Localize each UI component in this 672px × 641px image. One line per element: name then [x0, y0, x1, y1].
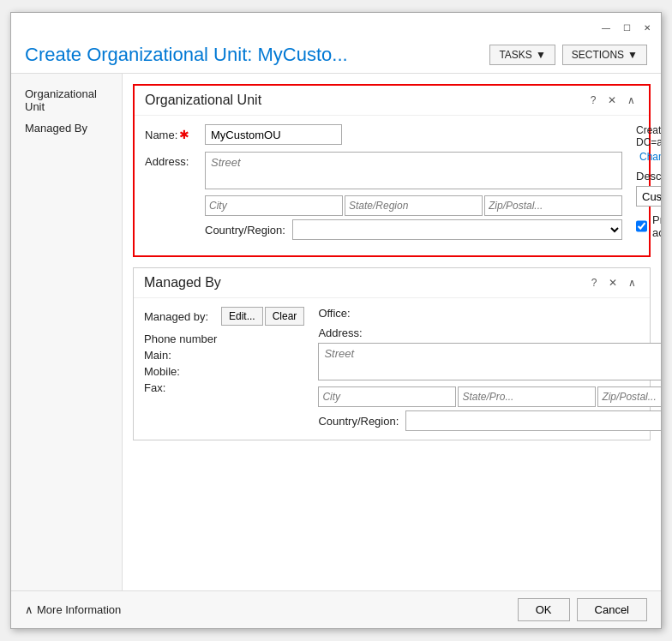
- tasks-button[interactable]: TASKS ▼: [489, 45, 555, 65]
- city-input[interactable]: [205, 195, 343, 216]
- managed-country-row: Country/Region:: [318, 410, 661, 431]
- org-unit-section: Organizational Unit ? ✕ ∧: [133, 84, 651, 257]
- fax-phone-label: Fax:: [144, 381, 195, 394]
- managed-left-col: Managed by: Edit... Clear Phone number M…: [144, 307, 318, 431]
- managed-by-body: Managed by: Edit... Clear Phone number M…: [134, 298, 650, 440]
- sidebar-item-managed-by[interactable]: Managed By: [18, 118, 115, 138]
- office-label: Office:: [318, 307, 661, 320]
- restore-button[interactable]: ☐: [620, 21, 633, 34]
- managed-by-close-icon[interactable]: ✕: [605, 275, 621, 291]
- org-unit-section-header: Organizational Unit ? ✕ ∧: [135, 86, 649, 116]
- cancel-button[interactable]: Cancel: [577, 598, 647, 621]
- main-phone-label: Main:: [144, 349, 195, 362]
- managed-city-input[interactable]: [318, 386, 456, 407]
- header: Create Organizational Unit: MyCusto... T…: [11, 37, 661, 74]
- org-unit-two-col: Name: ✱ Address:: [145, 124, 639, 247]
- country-label: Country/Region:: [205, 224, 285, 237]
- managed-street-input[interactable]: [318, 343, 661, 380]
- address-label: Address:: [145, 152, 205, 168]
- name-row: Name: ✱: [145, 124, 622, 145]
- managed-country-label: Country/Region:: [318, 415, 399, 428]
- more-info-chevron-icon: ∧: [25, 603, 33, 616]
- edit-button[interactable]: Edit...: [221, 307, 263, 326]
- managed-by-icons: ? ✕ ∧: [586, 275, 639, 291]
- sidebar-item-org-unit[interactable]: Organizational Unit: [18, 84, 115, 117]
- managed-by-row: Managed by: Edit... Clear: [144, 307, 304, 326]
- sections-button[interactable]: SECTIONS ▼: [562, 45, 647, 65]
- managed-zip-input[interactable]: [597, 386, 661, 407]
- create-in-row: Create in: DC=aaddscontoso,DC=com: [636, 124, 661, 148]
- mobile-phone-label: Mobile:: [144, 365, 195, 378]
- protect-checkbox-row: Protect from accidental deletion: [636, 213, 661, 239]
- change-link-row: Change...: [636, 150, 661, 163]
- managed-by-help-icon[interactable]: ?: [586, 275, 602, 291]
- sidebar: Organizational Unit Managed By: [11, 74, 123, 590]
- description-label: Description:: [636, 170, 661, 183]
- org-unit-icons: ? ✕ ∧: [585, 93, 639, 108]
- city-state-zip-row: [205, 195, 622, 216]
- title-controls: — ☐ ✕: [599, 21, 654, 34]
- more-info-button[interactable]: ∧ More Information: [25, 603, 121, 616]
- managed-state-input[interactable]: [458, 386, 596, 407]
- managed-right-col: Office: Address: Country/Region:: [318, 307, 661, 431]
- header-buttons: TASKS ▼ SECTIONS ▼: [489, 45, 647, 65]
- managed-by-collapse-icon[interactable]: ∧: [624, 275, 639, 291]
- change-link[interactable]: Change...: [639, 151, 661, 163]
- description-input[interactable]: [636, 186, 661, 207]
- zip-input[interactable]: [484, 195, 622, 216]
- managed-by-section-header: Managed By ? ✕ ∧: [134, 268, 650, 298]
- right-address-label: Address:: [318, 326, 661, 339]
- country-row: Country/Region:: [205, 219, 622, 240]
- phone-section: Phone number Main: Mobile: Fax:: [144, 332, 304, 394]
- mobile-phone-row: Mobile:: [144, 365, 304, 378]
- managed-city-state-zip-row: [318, 386, 661, 407]
- ok-button[interactable]: OK: [518, 598, 570, 621]
- org-unit-body: Name: ✱ Address:: [135, 116, 649, 255]
- managed-by-section: Managed By ? ✕ ∧ Managed by: Edit...: [133, 267, 651, 440]
- address-fields: Country/Region:: [205, 152, 622, 240]
- minimize-button[interactable]: —: [599, 21, 613, 34]
- org-unit-collapse-icon[interactable]: ∧: [623, 93, 639, 108]
- org-unit-left-col: Name: ✱ Address:: [145, 124, 622, 247]
- street-input[interactable]: [205, 152, 622, 189]
- window-title: Create Organizational Unit: MyCusto...: [25, 44, 348, 66]
- managed-by-title: Managed By: [144, 275, 221, 291]
- address-row: Address: Country/Region:: [145, 152, 622, 240]
- main-phone-row: Main:: [144, 349, 304, 362]
- country-select[interactable]: [292, 219, 622, 240]
- org-unit-right-col: Create in: DC=aaddscontoso,DC=com Change…: [636, 124, 661, 247]
- name-input[interactable]: [205, 124, 342, 145]
- content-area: Organizational Unit ? ✕ ∧: [123, 74, 661, 590]
- close-button[interactable]: ✕: [640, 21, 654, 34]
- protect-checkbox[interactable]: [636, 220, 647, 232]
- org-unit-title: Organizational Unit: [145, 93, 261, 108]
- org-unit-close-icon[interactable]: ✕: [604, 93, 620, 108]
- managed-by-two-col: Managed by: Edit... Clear Phone number M…: [144, 307, 639, 431]
- footer-buttons: OK Cancel: [518, 598, 647, 621]
- sections-dropdown-icon: ▼: [627, 49, 638, 61]
- managed-by-label: Managed by:: [144, 310, 221, 323]
- protect-label: Protect from accidental deletion: [652, 213, 661, 239]
- required-star: ✱: [179, 128, 189, 141]
- name-label: Name: ✱: [145, 124, 205, 141]
- org-unit-help-icon[interactable]: ?: [585, 93, 601, 108]
- main-content: Organizational Unit Managed By Organizat…: [11, 74, 661, 590]
- footer: ∧ More Information OK Cancel: [11, 590, 661, 628]
- phone-number-title: Phone number: [144, 332, 304, 345]
- title-bar: — ☐ ✕: [11, 13, 661, 37]
- state-input[interactable]: [345, 195, 483, 216]
- tasks-dropdown-icon: ▼: [536, 49, 546, 61]
- fax-phone-row: Fax:: [144, 381, 304, 394]
- main-window: — ☐ ✕ Create Organizational Unit: MyCust…: [10, 12, 662, 629]
- managed-country-select[interactable]: [405, 410, 661, 431]
- more-info-label: More Information: [37, 603, 121, 616]
- clear-button[interactable]: Clear: [265, 307, 305, 326]
